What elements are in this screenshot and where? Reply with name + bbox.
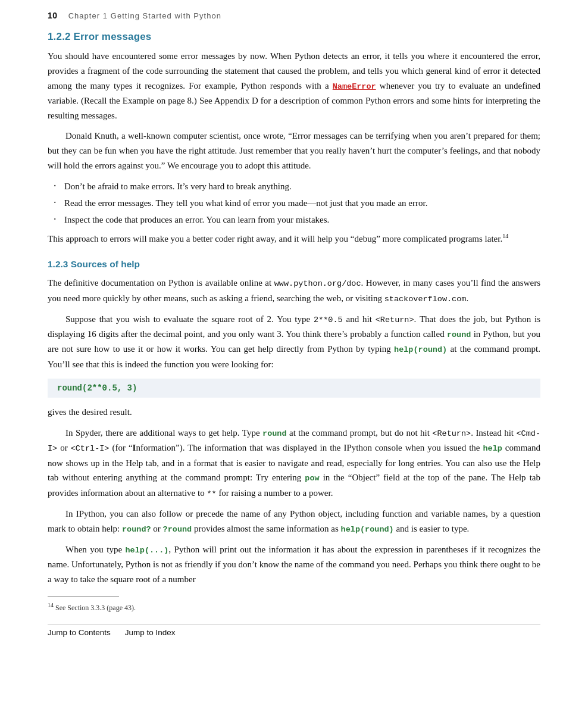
code-round-question: round?	[122, 525, 151, 534]
code-ctrl-i: <Ctrl-I>	[71, 444, 110, 453]
bullet-item-3: Inspect the code that produces an error.…	[48, 213, 540, 227]
footnote-text: See Section 3.3.3 (page 43).	[55, 604, 136, 612]
para2-text: Donald Knuth, a well-known computer scie…	[48, 131, 540, 170]
section-1-2-3-para4: In IPython, you can also follow or prece…	[48, 507, 540, 536]
section-1-2-2-title: 1.2.2 Error messages	[48, 31, 540, 43]
section-1-2-3-para5: When you type help(...), Python will pri…	[48, 542, 540, 587]
p1-t1: The definitive documentation on Python i…	[48, 278, 274, 288]
name-error-code: NameError	[333, 82, 376, 91]
code-question-round: ?round	[163, 525, 192, 534]
section-1-2-3-para3: In Spyder, there are additional ways to …	[48, 426, 540, 501]
section-1-2-2-closing: This approach to errors will make you a …	[48, 232, 540, 246]
code-block-round: round(2**0.5, 3)	[48, 379, 540, 398]
code-double-star: **	[207, 489, 216, 498]
bullet-item-2: Read the error messages. They tell you w…	[48, 196, 540, 210]
p5-t1: When you type	[65, 545, 126, 554]
chapter-title: Chapter 1 Getting Started with Python	[68, 11, 221, 20]
p3-t5: (for “Information”). The information tha…	[109, 443, 483, 452]
code-pow: pow	[305, 474, 319, 483]
page-header: 10 Chapter 1 Getting Started with Python	[48, 11, 540, 20]
page-number: 10	[48, 11, 58, 20]
code-return: <Return>	[376, 315, 414, 324]
p4-t4: and is easier to type.	[394, 524, 470, 533]
code-round-1: round	[447, 330, 471, 339]
code-return-2: <Return>	[432, 429, 471, 438]
bullet-list: Don’t be afraid to make errors. It’s ver…	[48, 179, 540, 227]
page: 10 Chapter 1 Getting Started with Python…	[0, 0, 588, 706]
code-round-2: round	[262, 429, 287, 438]
section-1-2-2-para1: You should have encountered some error m…	[48, 49, 540, 123]
footnote-ref-14: 14	[502, 233, 508, 239]
p4-t3: provides almost the same information as	[192, 524, 340, 533]
jump-to-contents-link[interactable]: Jump to Contents	[48, 628, 111, 637]
section-1-2-3-title: 1.2.3 Sources of help	[48, 259, 540, 270]
code-help-round-2: help(round)	[341, 525, 394, 534]
p3-t1: In Spyder, there are additional ways to …	[65, 428, 262, 438]
python-doc-url: www.python.org/doc	[274, 279, 361, 288]
stackoverflow-url: stackoverflow.com	[384, 295, 467, 304]
footnote-divider	[48, 596, 119, 597]
code-help-round: help(round)	[394, 345, 447, 354]
p3-t2: at the command prompt, but do not hit	[287, 428, 433, 438]
code-help-2: help	[483, 444, 502, 453]
footnote-number: 14	[48, 602, 54, 608]
code-help-dots: help(...)	[126, 546, 169, 555]
p3-t3: . Instead hit	[471, 428, 516, 438]
p1-t3: .	[466, 293, 468, 303]
jump-to-index-link[interactable]: Jump to Index	[125, 628, 176, 637]
after-code-text: gives the desired result.	[48, 405, 540, 420]
p3-t8: for raising a number to a power.	[217, 488, 333, 498]
footnote-14: 14 See Section 3.3.3 (page 43).	[48, 601, 540, 613]
section-1-2-3-para1: The definitive documentation on Python i…	[48, 276, 540, 306]
p3-t4: or	[57, 443, 70, 452]
footer-navigation: Jump to Contents Jump to Index	[48, 624, 540, 637]
p2-t2: and hit	[343, 314, 376, 324]
bullet-item-1: Don’t be afraid to make errors. It’s ver…	[48, 179, 540, 193]
p4-t2: or	[151, 524, 163, 533]
section-1-2-2-para2: Donald Knuth, a well-known computer scie…	[48, 129, 540, 173]
code-2-star-star-05: 2**0.5	[314, 315, 343, 324]
p2-t1: Suppose that you wish to evaluate the sq…	[65, 314, 314, 324]
section-1-2-3-para2: Suppose that you wish to evaluate the sq…	[48, 312, 540, 372]
closing-text: This approach to errors will make you a …	[48, 234, 502, 243]
